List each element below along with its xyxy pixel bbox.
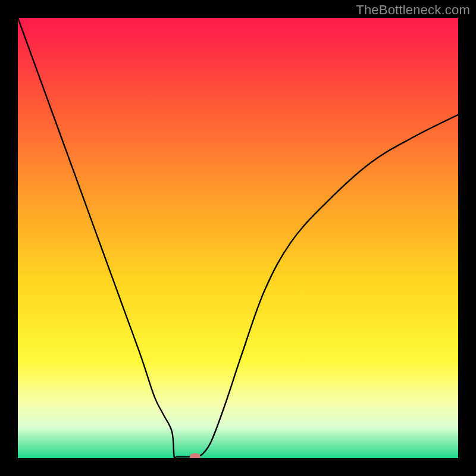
watermark-text: TheBottleneck.com (356, 2, 470, 18)
optimal-point-marker (190, 453, 201, 458)
gradient-background (18, 18, 458, 458)
gradient-chart-svg (18, 18, 458, 458)
chart-frame: TheBottleneck.com (0, 0, 476, 476)
plot-area (18, 18, 458, 458)
